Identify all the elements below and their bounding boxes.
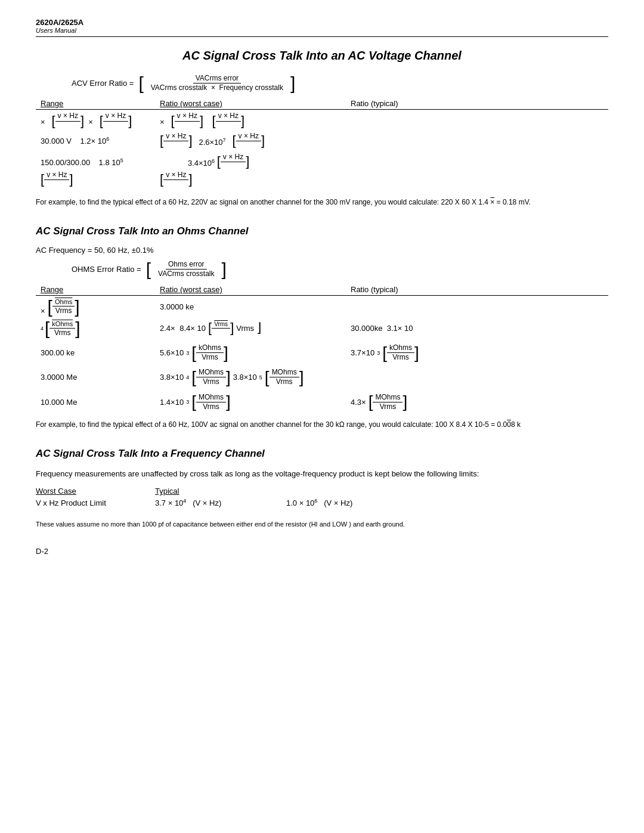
ohms-denominator: VACrms crosstalk bbox=[156, 270, 216, 278]
acv-numerator: VACrms error bbox=[193, 75, 241, 83]
table1-col2: Ratio (worst case) bbox=[155, 98, 346, 110]
freq-intro: Frequency measurements are unaffected by… bbox=[36, 468, 608, 480]
table2: Range Ratio (worst case) Ratio (typical)… bbox=[36, 284, 608, 413]
page-footer: D-2 bbox=[36, 547, 608, 556]
acv-fraction: VACrms error VACrms crosstalk × Frequenc… bbox=[148, 75, 286, 92]
acv-formula-label: ACV Error Ratio = bbox=[72, 79, 134, 88]
bracket-left-1: [ bbox=[138, 76, 143, 91]
table2-row2: 4 [ kOhms Vrms ] 2.4× bbox=[36, 318, 608, 339]
main-title: AC Signal Cross Talk Into an AC Voltage … bbox=[36, 49, 608, 63]
worst-case-label: Worst Case bbox=[36, 487, 155, 496]
table2-row5: 10.000 Me 1.4×103 [ MOhms Vrms ] bbox=[36, 389, 608, 413]
acv-denominator: VACrms crosstalk × Frequency crosstalk bbox=[148, 83, 286, 92]
table2-section: Range Ratio (worst case) Ratio (typical)… bbox=[36, 284, 608, 413]
bracket-right-ohms: ] bbox=[221, 262, 226, 277]
product-typical-value: 1.0 × 106 (V × Hz) bbox=[286, 498, 417, 507]
typical-label: Typical bbox=[155, 487, 274, 496]
ohms-numerator: Ohms error bbox=[166, 261, 207, 270]
section3-title: AC Signal Cross Talk Into a Frequency Ch… bbox=[36, 448, 608, 460]
product-worst-value: 3.7 × 104 (V × Hz) bbox=[155, 498, 286, 507]
acv-times: × bbox=[209, 83, 218, 92]
ohms-formula-row: OHMS Error Ratio = [ Ohms error VACrms c… bbox=[72, 261, 608, 278]
table2-col2: Ratio (worst case) bbox=[155, 284, 346, 296]
bracket-left-ohms: [ bbox=[146, 262, 151, 277]
table1-row1-worst: × [ v × Hz ] [ v × Hz bbox=[155, 110, 346, 132]
table1-row1: × [ v × Hz ] × [ v × Hz bbox=[36, 110, 608, 132]
table1-row1-typical bbox=[346, 110, 608, 132]
acv-formula-row: ACV Error Ratio = [ VACrms error VACrms … bbox=[72, 75, 608, 92]
table1-row1b: 30.000 V 1.2× 106 [ v × Hz ] 2.6×107 [ bbox=[36, 132, 608, 151]
header-title: 2620A/2625A bbox=[36, 18, 608, 27]
acv-den2: Frequency crosstalk bbox=[219, 83, 283, 92]
acv-den1: VACrms crosstalk bbox=[151, 83, 207, 92]
ohms-fraction: Ohms error VACrms crosstalk bbox=[156, 261, 216, 278]
table2-header-row: Range Ratio (worst case) Ratio (typical) bbox=[36, 284, 608, 296]
footer-note: These values assume no more than 1000 pf… bbox=[36, 520, 608, 529]
table1-col1: Range bbox=[36, 98, 155, 110]
bracket-right-1: ] bbox=[290, 76, 295, 91]
table1-header-row: Range Ratio (worst case) Ratio (typical) bbox=[36, 98, 608, 110]
table2-row4: 3.0000 Me 3.8×104 [ MOhms Vrms ] 3.8×105 bbox=[36, 364, 608, 388]
acv-example-text: For example, to find the typical effect … bbox=[36, 197, 608, 208]
table2-col3: Ratio (typical) bbox=[346, 284, 608, 296]
worst-typical-header: Worst Case Typical bbox=[36, 487, 608, 496]
table1-col3: Ratio (typical) bbox=[346, 98, 608, 110]
product-limit-row: V x Hz Product Limit 3.7 × 104 (V × Hz) … bbox=[36, 498, 608, 507]
table2-row1: × [ Ohms Vrms ] 3.0000 ke bbox=[36, 296, 608, 318]
table1: Range Ratio (worst case) Ratio (typical)… bbox=[36, 98, 608, 191]
table1-section: Range Ratio (worst case) Ratio (typical)… bbox=[36, 98, 608, 191]
ohms-formula-label: OHMS Error Ratio = bbox=[72, 265, 141, 274]
table2-row3: 300.00 ke 5.6×103 [ kOhms Vrms ] bbox=[36, 339, 608, 364]
section2-title: AC Signal Cross Talk Into an Ohms Channe… bbox=[36, 225, 608, 237]
page-header: 2620A/2625A Users Manual bbox=[36, 18, 608, 37]
table1-row2b: [ v × Hz ] [ v × Hz bbox=[36, 171, 608, 191]
ac-freq-note: AC Frequency = 50, 60 Hz, ±0.1% bbox=[36, 246, 608, 255]
table2-col1: Range bbox=[36, 284, 155, 296]
table1-row1-range: × [ v × Hz ] × [ v × Hz bbox=[36, 110, 155, 132]
ohms-example-text: For example, to find the typical effect … bbox=[36, 419, 608, 430]
table1-row2: 150.00/300.00 1.8 105 3.4×106 [ v × Hz ] bbox=[36, 151, 608, 171]
product-limit-label: V x Hz Product Limit bbox=[36, 498, 155, 507]
header-subtitle: Users Manual bbox=[36, 27, 608, 34]
page-number: D-2 bbox=[36, 547, 48, 556]
